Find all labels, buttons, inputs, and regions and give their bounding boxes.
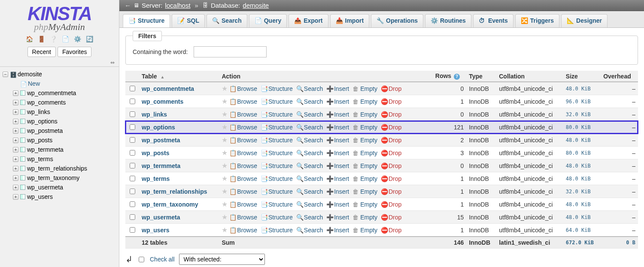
row-checkbox[interactable] <box>130 111 135 117</box>
empty-link[interactable]: Empty <box>352 201 377 208</box>
search-link[interactable]: Search <box>296 111 323 118</box>
table-name-link[interactable]: wp_termmeta <box>142 162 180 169</box>
tree-expand-icon[interactable]: + <box>13 194 18 200</box>
empty-link[interactable]: Empty <box>352 150 377 156</box>
drop-link[interactable]: Drop <box>381 137 401 144</box>
table-name-link[interactable]: wp_usermeta <box>142 214 180 221</box>
tab-events[interactable]: Events <box>473 14 513 27</box>
breadcrumb-arrow-icon[interactable]: ← <box>125 2 131 9</box>
favorite-star-icon[interactable] <box>222 201 228 208</box>
search-link[interactable]: Search <box>296 85 323 92</box>
structure-link[interactable]: Structure <box>261 175 293 182</box>
structure-link[interactable]: Structure <box>261 227 293 234</box>
tab-export[interactable]: Export <box>289 14 328 27</box>
search-link[interactable]: Search <box>296 162 323 169</box>
tree-table-row[interactable]: +wp_terms <box>2 154 119 164</box>
row-checkbox[interactable] <box>130 189 135 194</box>
help-icon[interactable] <box>49 36 58 42</box>
drop-link[interactable]: Drop <box>381 85 401 92</box>
browse-link[interactable]: Browse <box>229 111 257 118</box>
table-name-link[interactable]: wp_term_relationships <box>142 188 207 195</box>
drop-link[interactable]: Drop <box>381 98 401 105</box>
with-selected-select[interactable]: With selected: <box>179 254 265 265</box>
tree-table-row[interactable]: +wp_term_taxonomy <box>2 173 119 183</box>
drop-link[interactable]: Drop <box>381 201 401 208</box>
tree-new-row[interactable]: New <box>2 79 119 88</box>
favorite-star-icon[interactable] <box>222 85 228 92</box>
insert-link[interactable]: Insert <box>326 85 349 92</box>
tree-expand-icon[interactable]: + <box>13 128 18 134</box>
tree-table-name[interactable]: wp_comments <box>27 99 66 106</box>
structure-link[interactable]: Structure <box>261 137 293 144</box>
tree-table-row[interactable]: +wp_links <box>2 107 119 117</box>
row-checkbox[interactable] <box>130 176 135 181</box>
recent-button[interactable]: Recent <box>27 47 56 57</box>
search-link[interactable]: Search <box>296 227 323 234</box>
drop-link[interactable]: Drop <box>381 214 401 221</box>
tree-table-name[interactable]: wp_terms <box>27 156 53 162</box>
breadcrumb-server[interactable]: localhost <box>165 2 190 9</box>
tree-table-name[interactable]: wp_term_relationships <box>27 165 87 172</box>
browse-link[interactable]: Browse <box>229 201 257 208</box>
browse-link[interactable]: Browse <box>229 124 257 131</box>
search-link[interactable]: Search <box>296 124 323 131</box>
table-name-link[interactable]: wp_comments <box>142 98 183 105</box>
favorite-star-icon[interactable] <box>222 162 228 169</box>
table-name-link[interactable]: wp_term_taxonomy <box>142 201 198 208</box>
tree-table-row[interactable]: +wp_comments <box>2 98 119 107</box>
tree-expand-icon[interactable]: + <box>13 147 18 153</box>
row-checkbox[interactable] <box>130 137 135 143</box>
tree-expand-icon[interactable]: + <box>13 175 18 181</box>
tab-operations[interactable]: Operations <box>371 14 423 27</box>
tree-expand-icon[interactable]: + <box>13 156 18 162</box>
search-link[interactable]: Search <box>296 150 323 156</box>
tree-table-name[interactable]: wp_postmeta <box>27 127 63 134</box>
check-all-checkbox[interactable] <box>139 257 144 262</box>
tree-table-row[interactable]: +wp_commentmeta <box>2 88 119 98</box>
insert-link[interactable]: Insert <box>326 111 349 118</box>
structure-link[interactable]: Structure <box>261 98 293 105</box>
favorites-button[interactable]: Favorites <box>58 47 92 57</box>
browse-link[interactable]: Browse <box>229 85 257 92</box>
insert-link[interactable]: Insert <box>326 175 349 182</box>
empty-link[interactable]: Empty <box>352 124 377 131</box>
settings-icon[interactable] <box>73 36 82 42</box>
tree-table-name[interactable]: wp_links <box>27 108 50 115</box>
table-name-link[interactable]: wp_users <box>142 227 170 234</box>
structure-link[interactable]: Structure <box>261 188 293 195</box>
drop-link[interactable]: Drop <box>381 162 401 169</box>
search-link[interactable]: Search <box>296 188 323 195</box>
search-link[interactable]: Search <box>296 137 323 144</box>
tree-table-row[interactable]: +wp_usermeta <box>2 183 119 192</box>
tab-sql[interactable]: SQL <box>172 14 205 27</box>
tree-expand-icon[interactable]: + <box>13 119 18 124</box>
filter-input[interactable] <box>194 46 267 57</box>
row-checkbox[interactable] <box>130 124 135 130</box>
row-checkbox[interactable] <box>130 99 135 104</box>
drop-link[interactable]: Drop <box>381 124 401 131</box>
search-link[interactable]: Search <box>296 98 323 105</box>
structure-link[interactable]: Structure <box>261 85 293 92</box>
browse-link[interactable]: Browse <box>229 137 257 144</box>
insert-link[interactable]: Insert <box>326 201 349 208</box>
row-checkbox[interactable] <box>130 86 135 91</box>
tree-expand-icon[interactable]: + <box>13 138 18 143</box>
tab-designer[interactable]: Designer <box>561 14 608 27</box>
tab-import[interactable]: Import <box>330 14 370 27</box>
drop-link[interactable]: Drop <box>381 227 401 234</box>
favorite-star-icon[interactable] <box>222 111 228 118</box>
tree-table-row[interactable]: +wp_postmeta <box>2 126 119 135</box>
insert-link[interactable]: Insert <box>326 214 349 221</box>
favorite-star-icon[interactable] <box>222 124 228 131</box>
tree-table-row[interactable]: +wp_posts <box>2 135 119 145</box>
rows-help-icon[interactable]: ? <box>454 74 460 80</box>
insert-link[interactable]: Insert <box>326 227 349 234</box>
favorite-star-icon[interactable] <box>222 137 228 144</box>
search-link[interactable]: Search <box>296 175 323 182</box>
row-checkbox[interactable] <box>130 163 135 168</box>
table-name-link[interactable]: wp_options <box>142 124 175 131</box>
empty-link[interactable]: Empty <box>352 214 377 221</box>
tree-table-name[interactable]: wp_options <box>27 118 58 125</box>
table-name-link[interactable]: wp_postmeta <box>142 137 180 144</box>
tab-structure[interactable]: Structure <box>123 14 170 28</box>
